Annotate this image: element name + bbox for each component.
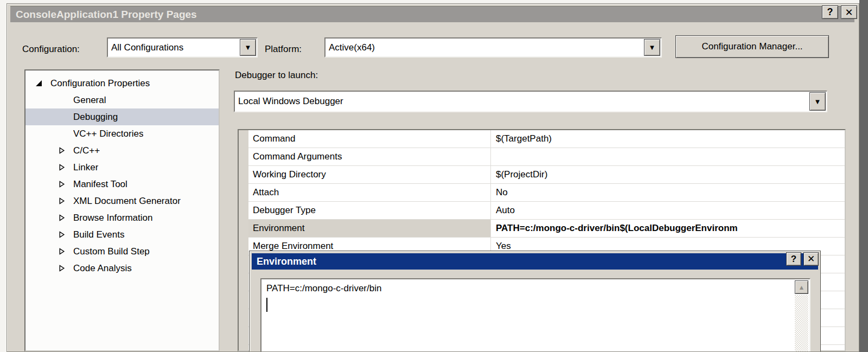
property-row-command-arguments[interactable]: Command Arguments bbox=[248, 148, 845, 166]
scroll-up-icon: ▲ bbox=[799, 284, 805, 291]
configuration-manager-button-label: Configuration Manager... bbox=[701, 41, 802, 52]
property-row-debugger-type[interactable]: Debugger TypeAuto bbox=[248, 202, 845, 220]
sidebar-item-label: Configuration Properties bbox=[50, 78, 150, 89]
text-caret bbox=[266, 298, 267, 312]
debugger-combobox-value: Local Windows Debugger bbox=[235, 96, 809, 107]
collapsed-triangle-icon[interactable] bbox=[58, 248, 66, 255]
property-value-cell[interactable] bbox=[490, 148, 845, 166]
property-pages-dialog: ConsoleApplication1 Property Pages ? ✕ C… bbox=[7, 3, 859, 352]
no-icon bbox=[58, 131, 66, 137]
platform-combobox-value: Active(x64) bbox=[326, 42, 643, 53]
property-name-cell[interactable]: Attach bbox=[248, 184, 490, 202]
sidebar-item-label: C/C++ bbox=[73, 145, 100, 156]
debugger-dropdown-button[interactable]: ▼ bbox=[809, 92, 826, 111]
property-row-command[interactable]: Command$(TargetPath) bbox=[248, 130, 845, 148]
scroll-up-button[interactable]: ▲ bbox=[795, 280, 808, 294]
collapsed-triangle-icon[interactable] bbox=[58, 232, 66, 238]
sidebar-item-build-events[interactable]: Build Events bbox=[25, 226, 219, 243]
sidebar-item-label: General bbox=[73, 95, 106, 106]
collapsed-triangle-icon[interactable] bbox=[58, 215, 66, 221]
sidebar-item-vc-directories[interactable]: VC++ Directories bbox=[25, 125, 219, 142]
help-button[interactable]: ? bbox=[822, 5, 838, 19]
popup-titlebar[interactable]: Environment bbox=[252, 253, 818, 270]
environment-text-line: PATH=c:/mongo-c-driver/bin bbox=[266, 283, 381, 294]
screen-edge-strip bbox=[859, 0, 868, 352]
sidebar-item-general[interactable]: General bbox=[25, 92, 219, 108]
configuration-dropdown-button[interactable]: ▼ bbox=[240, 39, 256, 56]
popup-help-button[interactable]: ? bbox=[786, 252, 801, 266]
sidebar-item-code-analysis[interactable]: Code Analysis bbox=[25, 260, 219, 277]
chevron-down-icon: ▼ bbox=[649, 43, 656, 52]
close-icon: ✕ bbox=[807, 253, 815, 265]
property-value-cell[interactable]: Auto bbox=[490, 202, 845, 220]
close-icon: ✕ bbox=[845, 7, 853, 18]
sidebar-item-linker[interactable]: Linker bbox=[25, 159, 219, 176]
sidebar-item-label: Build Events bbox=[73, 229, 125, 240]
sidebar-item-label: Debugging bbox=[73, 112, 118, 123]
sidebar-item-label: VC++ Directories bbox=[73, 129, 143, 139]
collapsed-triangle-icon[interactable] bbox=[58, 164, 66, 171]
property-name-cell[interactable]: Working Directory bbox=[248, 166, 490, 184]
collapsed-triangle-icon[interactable] bbox=[58, 181, 66, 188]
sidebar-item-custom-build-step[interactable]: Custom Build Step bbox=[25, 243, 219, 260]
sidebar-item-c-c[interactable]: C/C++ bbox=[25, 142, 219, 159]
collapsed-triangle-icon[interactable] bbox=[58, 265, 66, 272]
configuration-combobox-value: All Configurations bbox=[108, 42, 239, 53]
debugger-combobox[interactable]: Local Windows Debugger ▼ bbox=[234, 91, 827, 112]
sidebar-item-debugging[interactable]: Debugging bbox=[25, 108, 219, 125]
sidebar-item-label: Code Analysis bbox=[73, 263, 132, 274]
property-value-cell[interactable]: $(ProjectDir) bbox=[490, 166, 845, 184]
help-icon: ? bbox=[791, 254, 796, 265]
platform-label: Platform: bbox=[265, 44, 302, 55]
help-icon: ? bbox=[827, 7, 833, 18]
sidebar-item-label: Custom Build Step bbox=[73, 246, 150, 257]
property-row-attach[interactable]: AttachNo bbox=[248, 184, 845, 202]
expanded-triangle-icon[interactable] bbox=[35, 80, 43, 87]
property-name-cell[interactable]: Debugger Type bbox=[248, 202, 490, 220]
property-row-working-directory[interactable]: Working Directory$(ProjectDir) bbox=[248, 166, 845, 184]
configuration-combobox[interactable]: All Configurations ▼ bbox=[107, 37, 258, 57]
config-tree[interactable]: Configuration PropertiesGeneralDebugging… bbox=[24, 69, 220, 351]
property-row-environment[interactable]: EnvironmentPATH=c:/mongo-c-driver/bin$(L… bbox=[248, 220, 845, 238]
sidebar-item-xml-document-generator[interactable]: XML Document Generator bbox=[25, 193, 219, 209]
collapsed-triangle-icon[interactable] bbox=[58, 148, 66, 154]
sidebar-item-label: Manifest Tool bbox=[73, 179, 127, 190]
property-name-cell[interactable]: Command bbox=[248, 130, 490, 148]
no-icon bbox=[58, 114, 66, 120]
debugger-to-launch-label: Debugger to launch: bbox=[235, 70, 318, 81]
sidebar-item-label: Linker bbox=[73, 162, 98, 173]
property-name-cell[interactable]: Command Arguments bbox=[248, 148, 490, 166]
sidebar-item-label: Browse Information bbox=[73, 213, 152, 223]
chevron-down-icon: ▼ bbox=[814, 98, 821, 106]
sidebar-item-label: XML Document Generator bbox=[73, 196, 181, 207]
platform-combobox[interactable]: Active(x64) ▼ bbox=[324, 37, 662, 57]
dialog-title: ConsoleApplication1 Property Pages bbox=[16, 9, 197, 21]
dialog-titlebar[interactable]: ConsoleApplication1 Property Pages bbox=[10, 6, 854, 22]
textarea-scrollbar[interactable]: ▲ bbox=[794, 280, 809, 352]
configuration-label: Configuration: bbox=[22, 44, 80, 55]
sidebar-item-manifest-tool[interactable]: Manifest Tool bbox=[25, 176, 219, 193]
popup-title: Environment bbox=[257, 256, 316, 267]
platform-dropdown-button[interactable]: ▼ bbox=[644, 39, 660, 56]
collapsed-triangle-icon[interactable] bbox=[58, 198, 66, 204]
environment-textarea[interactable]: PATH=c:/mongo-c-driver/bin ▲ bbox=[260, 278, 810, 352]
sidebar-item-configuration-properties[interactable]: Configuration Properties bbox=[25, 75, 219, 92]
no-icon bbox=[58, 97, 66, 104]
property-value-cell[interactable]: PATH=c:/mongo-c-driver/bin$(LocalDebugge… bbox=[490, 220, 845, 238]
property-name-cell[interactable]: Environment bbox=[248, 220, 490, 238]
scrollbar-track[interactable] bbox=[795, 295, 808, 352]
popup-close-button[interactable]: ✕ bbox=[803, 252, 819, 266]
chevron-down-icon: ▼ bbox=[245, 43, 252, 52]
environment-popup: Environment ? ✕ PATH=c:/mongo-c-driver/b… bbox=[249, 251, 821, 352]
property-value-cell[interactable]: $(TargetPath) bbox=[490, 130, 845, 148]
sidebar-item-browse-information[interactable]: Browse Information bbox=[25, 209, 219, 226]
configuration-manager-button[interactable]: Configuration Manager... bbox=[675, 35, 829, 58]
property-grid-gutter bbox=[239, 130, 248, 350]
close-button[interactable]: ✕ bbox=[841, 5, 857, 19]
property-value-cell[interactable]: No bbox=[490, 184, 845, 202]
